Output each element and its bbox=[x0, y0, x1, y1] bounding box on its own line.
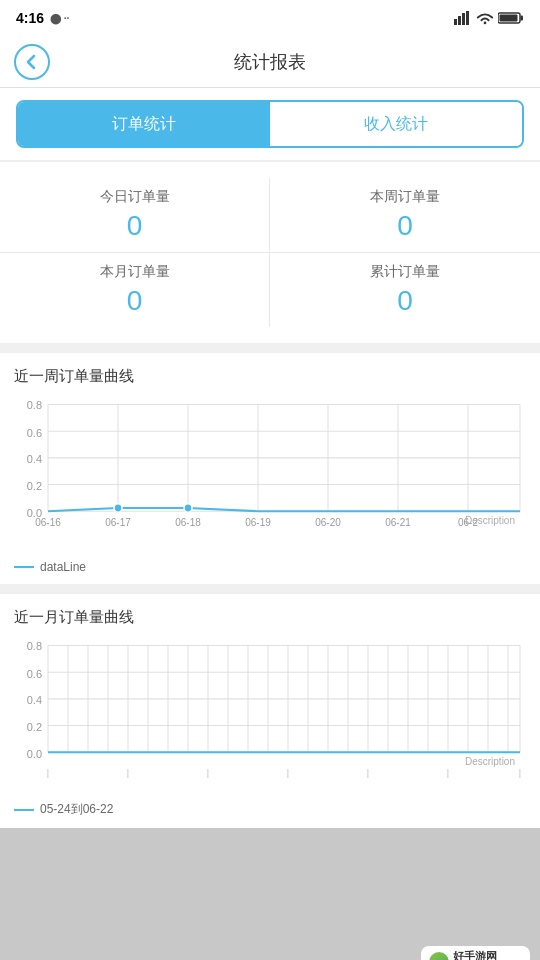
month-legend-line-icon bbox=[14, 809, 34, 811]
tab-income[interactable]: 收入统计 bbox=[270, 102, 522, 146]
month-legend-label: 05-24到06-22 bbox=[40, 801, 113, 818]
svg-text:|: | bbox=[367, 767, 369, 777]
time-display: 4:16 bbox=[16, 10, 44, 26]
tab-switcher: 订单统计 收入统计 bbox=[0, 88, 540, 160]
today-orders-value: 0 bbox=[127, 210, 143, 242]
back-button[interactable] bbox=[14, 44, 50, 80]
today-orders-label: 今日订单量 bbox=[100, 188, 170, 206]
svg-text:Description: Description bbox=[465, 515, 515, 526]
svg-text:06-18: 06-18 bbox=[175, 517, 201, 528]
legend-line-icon bbox=[14, 566, 34, 568]
today-orders-cell: 今日订单量 0 bbox=[0, 178, 270, 252]
week-orders-label: 本周订单量 bbox=[370, 188, 440, 206]
month-orders-label: 本月订单量 bbox=[100, 263, 170, 281]
svg-text:0.6: 0.6 bbox=[27, 667, 42, 679]
watermark-area: 好手游网 MOBILE GAMES bbox=[0, 828, 540, 960]
watermark-title: 好手游网 bbox=[453, 950, 522, 960]
month-orders-value: 0 bbox=[127, 285, 143, 317]
svg-text:06-20: 06-20 bbox=[315, 517, 341, 528]
svg-text:0.2: 0.2 bbox=[27, 721, 42, 733]
watermark-icon bbox=[429, 952, 449, 960]
week-orders-value: 0 bbox=[397, 210, 413, 242]
month-chart-title: 近一月订单量曲线 bbox=[10, 608, 530, 627]
status-icons bbox=[454, 11, 524, 25]
svg-text:|: | bbox=[447, 767, 449, 777]
total-orders-value: 0 bbox=[397, 285, 413, 317]
svg-text:|: | bbox=[207, 767, 209, 777]
battery-icon bbox=[498, 11, 524, 25]
svg-rect-2 bbox=[462, 13, 465, 25]
signal-icon bbox=[454, 11, 472, 25]
svg-rect-5 bbox=[521, 16, 524, 21]
tab-orders-label: 订单统计 bbox=[112, 114, 176, 135]
week-legend-label: dataLine bbox=[40, 560, 86, 574]
svg-text:06-19: 06-19 bbox=[245, 517, 271, 528]
svg-text:0.6: 0.6 bbox=[27, 426, 42, 438]
svg-text:0.2: 0.2 bbox=[27, 480, 42, 492]
svg-text:0.4: 0.4 bbox=[27, 694, 42, 706]
svg-text:0.4: 0.4 bbox=[27, 453, 42, 465]
svg-rect-0 bbox=[454, 19, 457, 25]
tab-orders[interactable]: 订单统计 bbox=[18, 102, 270, 146]
svg-rect-1 bbox=[458, 16, 461, 25]
tab-group: 订单统计 收入统计 bbox=[16, 100, 524, 148]
svg-text:06-21: 06-21 bbox=[385, 517, 411, 528]
svg-text:0.0: 0.0 bbox=[27, 747, 42, 759]
total-orders-cell: 累计订单量 0 bbox=[270, 252, 540, 327]
stats-section: 今日订单量 0 本周订单量 0 本月订单量 0 累计订单量 0 bbox=[0, 162, 540, 343]
week-chart-section: 近一周订单量曲线 0.8 0.6 0.4 0.2 0.0 bbox=[0, 353, 540, 584]
month-orders-cell: 本月订单量 0 bbox=[0, 252, 270, 327]
total-orders-label: 累计订单量 bbox=[370, 263, 440, 281]
wifi-icon bbox=[476, 11, 494, 25]
week-chart-legend: dataLine bbox=[10, 560, 530, 574]
watermark-badge: 好手游网 MOBILE GAMES bbox=[421, 946, 530, 960]
status-bar: 4:16 ⬤ ·· bbox=[0, 0, 540, 36]
month-chart-legend: 05-24到06-22 bbox=[10, 801, 530, 818]
status-time: 4:16 ⬤ ·· bbox=[16, 10, 69, 26]
header: 统计报表 bbox=[0, 36, 540, 88]
svg-text:|: | bbox=[519, 767, 521, 777]
svg-point-26 bbox=[184, 504, 192, 513]
month-chart-section: 近一月订单量曲线 0.8 0.6 0.4 0.2 0.0 bbox=[0, 594, 540, 828]
stats-grid: 今日订单量 0 本周订单量 0 本月订单量 0 累计订单量 0 bbox=[0, 178, 540, 327]
svg-text:06-17: 06-17 bbox=[105, 517, 131, 528]
month-chart-svg: 0.8 0.6 0.4 0.2 0.0 bbox=[10, 637, 530, 797]
week-chart-title: 近一周订单量曲线 bbox=[10, 367, 530, 386]
svg-text:|: | bbox=[127, 767, 129, 777]
svg-rect-6 bbox=[500, 15, 518, 22]
svg-text:|: | bbox=[287, 767, 289, 777]
week-orders-cell: 本周订单量 0 bbox=[270, 178, 540, 252]
week-chart-svg: 0.8 0.6 0.4 0.2 0.0 bbox=[10, 396, 530, 556]
svg-rect-3 bbox=[466, 11, 469, 25]
svg-point-25 bbox=[114, 504, 122, 513]
week-chart-container[interactable]: 0.8 0.6 0.4 0.2 0.0 bbox=[10, 396, 530, 556]
svg-text:0.8: 0.8 bbox=[27, 398, 42, 410]
svg-text:0.8: 0.8 bbox=[27, 639, 42, 651]
svg-text:|: | bbox=[47, 767, 49, 777]
svg-text:06-16: 06-16 bbox=[35, 517, 61, 528]
tab-income-label: 收入统计 bbox=[364, 114, 428, 135]
page-title: 统计报表 bbox=[234, 50, 306, 74]
watermark-text: 好手游网 MOBILE GAMES bbox=[453, 950, 522, 960]
svg-text:Description: Description bbox=[465, 756, 515, 767]
back-arrow-icon bbox=[24, 54, 40, 70]
status-dot-icon: ⬤ ·· bbox=[50, 13, 69, 24]
month-chart-container[interactable]: 0.8 0.6 0.4 0.2 0.0 bbox=[10, 637, 530, 797]
